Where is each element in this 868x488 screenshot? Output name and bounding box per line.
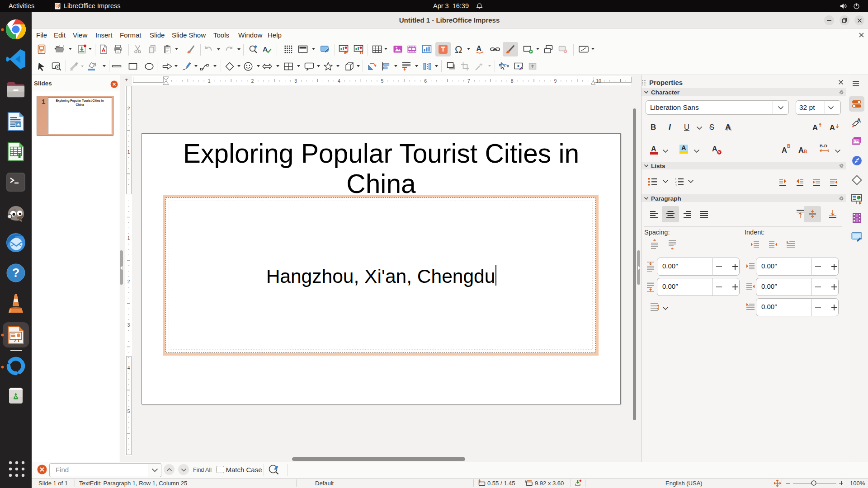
svg-text:9: 9 — [554, 78, 557, 84]
svg-text:1: 1 — [127, 150, 130, 155]
svg-text:?: ? — [12, 266, 20, 280]
svg-text:3: 3 — [127, 323, 130, 328]
svg-text:5: 5 — [127, 409, 130, 414]
svg-text:3: 3 — [675, 183, 677, 187]
svg-text:2: 2 — [127, 106, 130, 111]
svg-text:7: 7 — [467, 78, 470, 84]
svg-text:1: 1 — [127, 236, 130, 241]
svg-text:4: 4 — [127, 366, 130, 371]
svg-text:3: 3 — [294, 78, 297, 84]
svg-text:1: 1 — [208, 78, 211, 84]
svg-text:4: 4 — [338, 78, 340, 84]
svg-text:2: 2 — [251, 78, 254, 84]
svg-text:10: 10 — [596, 78, 601, 84]
svg-text:2: 2 — [127, 279, 130, 284]
svg-text:5: 5 — [381, 78, 384, 84]
svg-text:A: A — [476, 45, 482, 52]
svg-text:8: 8 — [511, 78, 514, 84]
svg-text:6: 6 — [424, 78, 427, 84]
